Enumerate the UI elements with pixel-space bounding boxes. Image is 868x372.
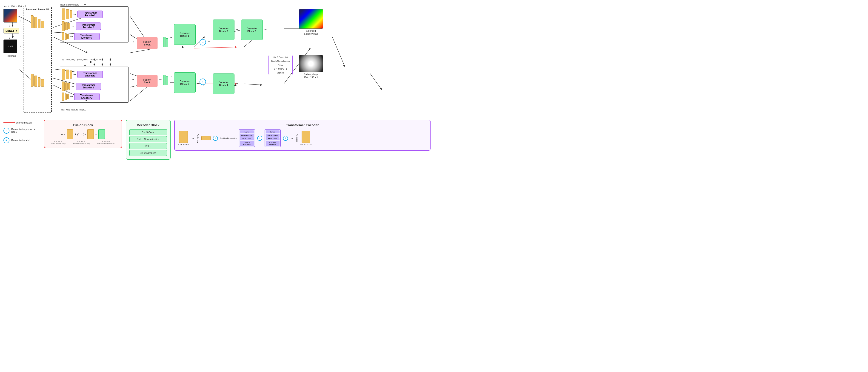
arr-dec1-dec3: → <box>198 31 201 35</box>
te-block2-row2: Normalization <box>266 134 280 137</box>
arr-to-dec2: → <box>169 74 173 78</box>
arr-dec5-postproc: → <box>264 28 267 31</box>
input-label: Input: 256 × 256 × 3 <box>3 4 26 8</box>
decoder-row-4: 2× upsampling <box>129 150 167 156</box>
resnet-label: Pretrained Resnet-50 <box>24 8 50 11</box>
postproc-box: 3 × 3 Conv , 64 Batch Normalization ReLU… <box>269 55 292 75</box>
decoder-block-1: Decoder Block 1 <box>174 24 196 45</box>
legend-section: ▶ skip-connection ○ Element wise product… <box>3 120 40 143</box>
svg-line-28 <box>332 37 345 67</box>
svg-line-29 <box>370 73 381 90</box>
arr-to-dec1: → <box>169 36 173 39</box>
decoder-block-5: Decoder Block 5 <box>241 20 263 40</box>
arr-dec3-dec5: → <box>236 28 239 31</box>
decoder-detail-title: Decoder Block <box>129 123 167 127</box>
legend-skip: ▶ skip-connection <box>3 122 40 124</box>
saliency-bw-section: Saliency Map256 × 256 × 1 <box>299 55 323 79</box>
enc2-bot: Transformer Encoder 2 <box>75 83 101 90</box>
te-block1-row1: Layer <box>240 130 254 133</box>
postproc-row-5: Sigmoid <box>269 71 292 75</box>
top-encoder-group: → Transformer Encoder1 → Transformer Enc… <box>60 6 129 42</box>
arr-dec4-dec5: → <box>236 81 239 85</box>
feat-map-bot <box>163 75 168 85</box>
enc1-top: Transformer Encoder1 <box>78 10 103 18</box>
decoder-block-3: Decoder Block 3 <box>213 20 235 40</box>
input-feature-maps-label: Input feature maps <box>60 3 79 6</box>
te-block1-row2: Normalization <box>240 134 254 137</box>
decoder-row-3: ReLU <box>129 143 167 149</box>
te-block1-row3: Multi-Head <box>240 137 254 140</box>
decoder-block-2: Decoder Block 2 <box>174 72 196 93</box>
enc2-top: Transformer Encoder 2 <box>75 23 101 30</box>
arrow-down-1: ↓ <box>8 24 10 28</box>
dims-row: ↑↓ (h/8, w/8) (h/16, w/16) (h/32, w/32) <box>62 59 102 61</box>
fusion-block-1: Fusion Block <box>137 37 157 49</box>
te-block2-row1: Layer <box>266 130 280 133</box>
legend-add: + Element wise add <box>3 137 40 143</box>
postproc-row-1: 3 × 3 Conv , 64 <box>269 55 292 59</box>
enc3-top: Transformer Encoder 3 <box>74 33 99 40</box>
decoder-detail-box: Decoder Block 3 × 3 Conv Batch Normaliza… <box>126 120 170 160</box>
fusion-detail-title: Fusion Block <box>48 123 118 127</box>
textmap-label: Text-Map <box>4 55 18 57</box>
dbnet-box: DBNET++ <box>3 28 19 34</box>
te-block1-row4: Efficient Attention <box>240 141 254 146</box>
transformer-detail-title: Transformer Encoder <box>178 123 427 127</box>
postproc-row-2: Batch Normalization <box>269 59 292 63</box>
te-block2-row4: Efficient Attention <box>266 141 280 146</box>
decoder-block-4: Decoder Block 4 <box>213 73 235 94</box>
fusion-detail-box: Fusion Block α × + (1−α)× = F × h × w In… <box>44 120 122 148</box>
enc1-bot: Transformer Encoder1 <box>78 71 103 78</box>
textmap-image: 普川淮 <box>3 39 17 53</box>
arr-fusion2-feat: → <box>159 77 162 81</box>
postproc-row-4: 3 × 3 Conv , 1 <box>269 67 292 71</box>
transformer-detail-box: Transformer Encoder B × F × h × w → Flat… <box>174 120 431 150</box>
arr-circ1-dec3: → <box>208 39 211 43</box>
decoder-row-2: Batch Normalization <box>129 136 167 142</box>
arr-to-fusion2: → <box>131 77 135 81</box>
colorized-saliency-section: ColorizedSaliency Map <box>299 9 323 35</box>
postproc-row-3: ReLU <box>269 63 292 67</box>
resnet-box: Pretrained Resnet-50 <box>23 7 52 112</box>
saliency-bw-label: Saliency Map256 × 256 × 1 <box>299 73 323 79</box>
svg-line-15 <box>130 85 149 101</box>
textmap-feature-maps-label: Text-Map feature maps <box>61 108 84 111</box>
feat-map-top <box>163 37 168 47</box>
svg-line-25 <box>244 84 262 85</box>
arr-to-fusion1: → <box>131 40 135 44</box>
colorized-label: ColorizedSaliency Map <box>299 29 323 35</box>
fusion-block-2: Fusion Block <box>137 75 157 87</box>
enc3-bot: Transformer Encoder 3 <box>74 93 99 100</box>
svg-line-19 <box>194 47 237 48</box>
arrow-right-bot: → <box>18 44 22 48</box>
bottom-encoder-group: → Transformer Encoder1 → Transformer Enc… <box>60 67 129 103</box>
arr-fusion1-feat: → <box>159 40 162 44</box>
arrow-right-top: → <box>18 19 22 23</box>
legend-product: ○ Element wise product + ReLU <box>3 128 40 134</box>
arrow-down-2: ↓ <box>8 36 10 40</box>
arr-circ2-dec4: → <box>208 80 211 83</box>
circle-product-top: ○ <box>199 39 206 45</box>
decoder-row-1: 3 × 3 Conv <box>129 129 167 135</box>
arr-postproc-out: → <box>294 66 297 70</box>
arr-dec2-circ2: → <box>198 81 201 85</box>
svg-line-12 <box>130 49 149 53</box>
te-block2-row3: Multi-Head <box>266 137 280 140</box>
input-image <box>3 9 17 23</box>
